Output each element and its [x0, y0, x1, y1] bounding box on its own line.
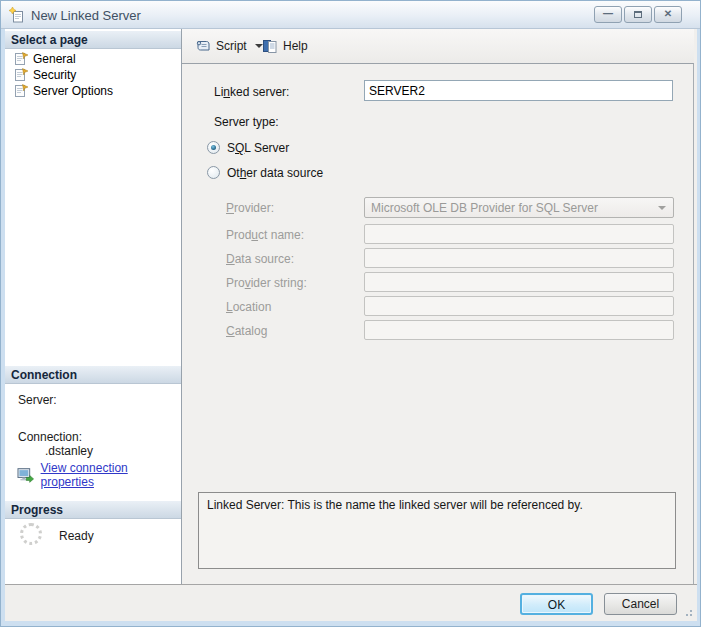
- connection-header: Connection: [5, 366, 181, 384]
- resize-grip[interactable]: [682, 606, 694, 618]
- script-icon: [194, 38, 211, 54]
- catalog-label: Catalog: [226, 324, 267, 338]
- close-button[interactable]: ✕: [654, 6, 682, 23]
- help-text-box: Linked Server: This is the name the link…: [198, 492, 676, 569]
- data-source-input[interactable]: [364, 248, 674, 268]
- linked-server-label: Linked server:: [214, 85, 289, 99]
- page-icon: [13, 67, 29, 83]
- help-icon: [262, 38, 278, 54]
- sidebar-item-label: Server Options: [33, 84, 113, 98]
- provider-string-input[interactable]: [364, 272, 674, 292]
- page-icon: [13, 51, 29, 67]
- provider-string-label: Provider string:: [226, 276, 307, 290]
- cancel-button[interactable]: Cancel: [604, 593, 677, 615]
- connection-properties-icon: [17, 467, 35, 484]
- provider-label: Provider:: [226, 201, 274, 215]
- titlebar: New Linked Server — ✕: [1, 1, 700, 29]
- server-type-label: Server type:: [214, 115, 279, 129]
- product-name-input[interactable]: [364, 224, 674, 244]
- sidebar-item-label: Security: [33, 68, 76, 82]
- general-page-panel: Linked server: Server type: SQL Server O…: [182, 63, 694, 584]
- sidebar-item-security[interactable]: Security: [13, 67, 76, 83]
- window-title: New Linked Server: [31, 8, 141, 23]
- radio-sql-server-label: SQL Server: [227, 141, 289, 155]
- view-connection-properties[interactable]: View connection properties: [17, 461, 181, 489]
- footer: OK Cancel: [5, 584, 697, 621]
- help-button[interactable]: Help: [256, 34, 314, 58]
- location-input[interactable]: [364, 296, 674, 316]
- help-text: Linked Server: This is the name the link…: [207, 498, 583, 512]
- progress-status: Ready: [59, 529, 94, 543]
- catalog-input[interactable]: [364, 320, 674, 340]
- page-icon: [13, 83, 29, 99]
- script-button-label: Script: [216, 39, 247, 53]
- new-linked-server-dialog: New Linked Server — ✕ Select a page Gene…: [0, 0, 701, 627]
- provider-select-value: Microsoft OLE DB Provider for SQL Server: [371, 201, 598, 215]
- data-source-label: Data source:: [226, 252, 294, 266]
- toolbar: Script Help: [182, 29, 694, 63]
- sidebar-item-server-options[interactable]: Server Options: [13, 83, 113, 99]
- sidebar: Select a page General Security: [5, 29, 182, 584]
- progress-spinner-icon: [20, 523, 42, 545]
- new-server-icon: [9, 7, 25, 23]
- radio-sql-server[interactable]: [207, 141, 220, 154]
- server-label: Server:: [18, 393, 57, 407]
- radio-other-data-source[interactable]: [207, 166, 220, 179]
- location-label: Location: [226, 300, 271, 314]
- select-page-header: Select a page: [5, 31, 181, 49]
- sidebar-item-general[interactable]: General: [13, 51, 76, 67]
- sidebar-item-label: General: [33, 52, 76, 66]
- product-name-label: Product name:: [226, 228, 304, 242]
- view-connection-properties-link[interactable]: View connection properties: [41, 461, 181, 489]
- ok-button[interactable]: OK: [520, 593, 593, 615]
- provider-select[interactable]: Microsoft OLE DB Provider for SQL Server: [364, 197, 674, 218]
- radio-other-data-source-label: Other data source: [227, 166, 323, 180]
- help-button-label: Help: [283, 39, 308, 53]
- connection-value: .dstanley: [45, 444, 93, 458]
- connection-label: Connection:: [18, 430, 82, 444]
- maximize-icon: [634, 11, 642, 18]
- progress-header: Progress: [5, 501, 181, 519]
- maximize-button[interactable]: [624, 6, 652, 23]
- minimize-button[interactable]: —: [594, 6, 622, 23]
- linked-server-input[interactable]: [364, 80, 673, 101]
